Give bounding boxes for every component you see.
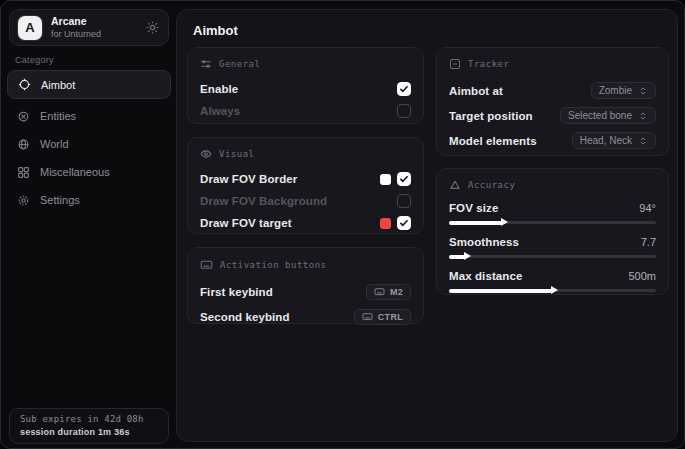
always-checkbox[interactable]	[397, 104, 411, 118]
setting-label: FOV size	[449, 202, 498, 214]
card-title: Tracker	[468, 59, 509, 69]
app-name: Arcane	[51, 16, 101, 27]
setting-label: Enable	[200, 83, 238, 95]
main-panel: Aimbot General Enable	[176, 9, 678, 442]
eye-icon	[200, 148, 212, 160]
sub-expiry-text: Sub expires in 42d 08h	[20, 414, 158, 424]
session-duration-text: session duration 1m 36s	[20, 427, 158, 437]
setting-row-model-elements: Model elements Head, Neck	[449, 128, 656, 153]
setting-row-aimbot-at: Aimbot at Zombie	[449, 78, 656, 103]
sliders-icon	[200, 58, 212, 70]
model-elements-dropdown[interactable]: Head, Neck	[572, 132, 656, 149]
activation-card: Activation buttons First keybind M2 Seco…	[187, 247, 424, 324]
fov-target-checkbox[interactable]	[397, 216, 411, 230]
setting-row-first-keybind: First keybind M2	[200, 279, 411, 304]
first-keybind-button[interactable]: M2	[366, 284, 411, 300]
setting-label: Target position	[449, 110, 533, 122]
dropdown-value: Selected bone	[568, 110, 632, 121]
setting-row-target-position: Target position Selected bone	[449, 103, 656, 128]
setting-row-fov-background: Draw FOV Background	[200, 190, 411, 212]
chevrons-up-down-icon	[638, 136, 648, 146]
target-position-dropdown[interactable]: Selected bone	[560, 107, 656, 124]
scan-icon	[449, 58, 461, 70]
color-swatch[interactable]	[380, 174, 391, 185]
sidebar-item-label: Aimbot	[41, 79, 75, 91]
accuracy-card: Accuracy FOV size 94° Smoothness 7.7	[436, 168, 669, 295]
card-title: Visual	[219, 149, 255, 159]
sidebar-item-label: Settings	[40, 194, 80, 206]
tracker-card: Tracker Aimbot at Zombie Target position…	[436, 47, 669, 156]
globe-icon	[17, 138, 30, 151]
max-distance-slider[interactable]	[449, 289, 656, 292]
aimbot-at-dropdown[interactable]: Zombie	[591, 82, 656, 99]
app-header-card: A Arcane for Unturned	[9, 9, 169, 46]
sidebar-item-aimbot[interactable]: Aimbot	[7, 70, 171, 99]
triangle-icon	[449, 179, 461, 191]
sidebar-item-world[interactable]: World	[7, 131, 171, 157]
keybind-value: M2	[390, 287, 403, 297]
grid-icon	[17, 166, 30, 179]
setting-row-always: Always	[200, 100, 411, 122]
general-card: General Enable Always	[187, 47, 424, 124]
fov-size-slider[interactable]	[449, 221, 656, 224]
sidebar-item-entities[interactable]: Entities	[7, 103, 171, 129]
card-title: Activation buttons	[220, 260, 327, 270]
sidebar-item-settings[interactable]: Settings	[7, 187, 171, 213]
page-title: Aimbot	[193, 23, 238, 38]
sidebar-item-label: World	[40, 138, 69, 150]
entities-icon	[17, 110, 30, 123]
subscription-status-card: Sub expires in 42d 08h session duration …	[9, 408, 169, 444]
setting-row-fov-target: Draw FOV target	[200, 212, 411, 234]
app-subtitle: for Unturned	[51, 30, 101, 39]
keyboard-icon	[200, 258, 213, 271]
sidebar-item-label: Entities	[40, 110, 76, 122]
sidebar-item-label: Miscellaneous	[40, 166, 110, 178]
color-swatch[interactable]	[380, 218, 391, 229]
dropdown-value: Zombie	[599, 85, 632, 96]
setting-label: First keybind	[200, 286, 273, 298]
card-title: General	[219, 59, 260, 69]
visual-card: Visual Draw FOV Border Draw FOV Backgrou…	[187, 137, 424, 234]
dropdown-value: Head, Neck	[580, 135, 632, 146]
app-window: A Arcane for Unturned Category Aimbot	[0, 0, 685, 449]
chevrons-up-down-icon	[638, 86, 648, 96]
second-keybind-button[interactable]: CTRL	[354, 309, 411, 325]
slider-thumb[interactable]	[551, 286, 558, 294]
gear-icon[interactable]	[145, 20, 160, 35]
setting-label: Draw FOV target	[200, 217, 292, 229]
smoothness-slider-group: Smoothness 7.7	[449, 233, 656, 258]
slider-value: 94°	[639, 202, 656, 214]
smoothness-slider[interactable]	[449, 255, 656, 258]
sidebar-item-miscellaneous[interactable]: Miscellaneous	[7, 159, 171, 185]
fov-size-slider-group: FOV size 94°	[449, 199, 656, 224]
slider-value: 7.7	[641, 236, 656, 248]
setting-label: Smoothness	[449, 236, 519, 248]
keyboard-icon	[374, 286, 385, 297]
setting-label: Draw FOV Background	[200, 195, 327, 207]
slider-thumb[interactable]	[501, 218, 508, 226]
setting-row-enable: Enable	[200, 78, 411, 100]
keyboard-icon	[362, 311, 373, 322]
gear-icon	[17, 194, 30, 207]
fov-border-checkbox[interactable]	[397, 172, 411, 186]
setting-row-second-keybind: Second keybind CTRL	[200, 304, 411, 329]
app-logo: A	[18, 16, 42, 40]
max-distance-slider-group: Max distance 500m	[449, 267, 656, 292]
setting-label: Max distance	[449, 270, 522, 282]
sidebar: A Arcane for Unturned Category Aimbot	[1, 1, 176, 448]
chevrons-up-down-icon	[638, 111, 648, 121]
setting-label: Aimbot at	[449, 85, 503, 97]
setting-label: Always	[200, 105, 240, 117]
card-title: Accuracy	[468, 180, 515, 190]
setting-row-fov-border: Draw FOV Border	[200, 168, 411, 190]
enable-checkbox[interactable]	[397, 82, 411, 96]
keybind-value: CTRL	[378, 312, 403, 322]
category-label: Category	[15, 55, 54, 65]
crosshair-icon	[18, 78, 31, 91]
fov-background-checkbox[interactable]	[397, 194, 411, 208]
slider-value: 500m	[628, 270, 656, 282]
setting-label: Second keybind	[200, 311, 290, 323]
setting-label: Draw FOV Border	[200, 173, 297, 185]
setting-label: Model elements	[449, 135, 537, 147]
slider-thumb[interactable]	[464, 252, 471, 260]
